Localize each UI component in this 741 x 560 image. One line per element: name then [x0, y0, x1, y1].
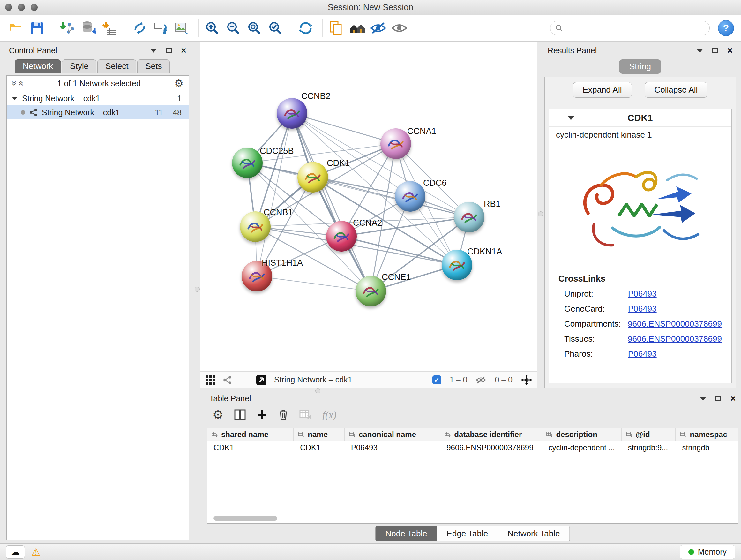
- table-cell[interactable]: stringdb:9...: [622, 441, 676, 454]
- show-all-icon[interactable]: [390, 19, 408, 37]
- zoom-fit-icon[interactable]: [246, 19, 263, 37]
- network-node-CDK1[interactable]: [297, 162, 328, 192]
- network-row-selected[interactable]: String Network – cdk1 11 48: [7, 105, 189, 119]
- memory-button[interactable]: Memory: [680, 545, 735, 559]
- save-session-icon[interactable]: [28, 19, 46, 37]
- tab-network[interactable]: Network: [15, 59, 61, 73]
- table-settings-gear-icon[interactable]: ⚙: [212, 409, 223, 421]
- add-column-plus-icon[interactable]: [257, 409, 267, 420]
- selected-checkbox-icon[interactable]: ✓: [432, 375, 441, 384]
- hidden-eye-slash-icon: [475, 375, 486, 385]
- table-row[interactable]: CDK1CDK1P064939606.ENSP00000378699cyclin…: [207, 441, 738, 454]
- network-edge[interactable]: [257, 276, 371, 291]
- panel-collapse-icon[interactable]: [696, 49, 703, 53]
- new-network-table-icon[interactable]: [152, 19, 170, 37]
- network-overview-icon[interactable]: [223, 375, 232, 385]
- collapse-all-networks-icon[interactable]: «: [17, 81, 25, 86]
- crosslink-link[interactable]: 9606.ENSP00000378699: [628, 334, 722, 344]
- first-neighbors-icon[interactable]: [348, 19, 366, 37]
- cloud-status-button[interactable]: ☁: [6, 545, 25, 559]
- tab-sets[interactable]: Sets: [137, 59, 170, 73]
- network-node-CCNB2[interactable]: [277, 98, 307, 129]
- network-edge[interactable]: [292, 113, 371, 291]
- open-session-icon[interactable]: [7, 19, 25, 37]
- import-table-icon[interactable]: [100, 19, 118, 37]
- import-network-file-icon[interactable]: [58, 19, 76, 37]
- window-maximize-icon[interactable]: [30, 4, 38, 11]
- tab-network-table[interactable]: Network Table: [497, 526, 569, 542]
- current-network-name: String Network – cdk1: [274, 375, 352, 384]
- tab-edge-table[interactable]: Edge Table: [437, 526, 498, 542]
- collection-collapse-icon[interactable]: [12, 97, 17, 100]
- panel-collapse-icon[interactable]: [699, 396, 706, 401]
- refresh-layout-icon[interactable]: [297, 19, 315, 37]
- panel-close-icon[interactable]: ×: [181, 46, 186, 55]
- expand-all-button[interactable]: Expand All: [573, 82, 632, 98]
- column-header[interactable]: description: [542, 428, 621, 441]
- network-canvas[interactable]: CCNB2CCNA1CDC25BCDK1CDC6RB1CCNB1CCNA2CDK…: [200, 42, 537, 371]
- network-node-CCNA2[interactable]: [326, 221, 357, 252]
- zoom-in-icon[interactable]: [203, 19, 221, 37]
- table-cell[interactable]: cyclin-dependent ...: [542, 441, 621, 454]
- show-columns-icon[interactable]: [234, 409, 246, 420]
- window-close-icon[interactable]: [5, 4, 12, 11]
- column-header[interactable]: name: [293, 428, 345, 441]
- panel-close-icon[interactable]: ×: [727, 46, 733, 55]
- export-view-icon[interactable]: [256, 374, 267, 386]
- crosslink-link[interactable]: P06493: [628, 349, 657, 359]
- search-box[interactable]: [550, 21, 710, 36]
- fit-content-crosshair-icon[interactable]: [521, 374, 532, 386]
- panel-float-icon[interactable]: [166, 48, 172, 53]
- table-cell[interactable]: CDK1: [293, 441, 345, 454]
- export-image-icon[interactable]: [173, 19, 191, 37]
- column-type-icon: [546, 432, 553, 437]
- column-header[interactable]: database identifier: [440, 428, 542, 441]
- crosslink-link[interactable]: 9606.ENSP00000378699: [628, 319, 722, 329]
- crosslink-row: GeneCard:P06493: [558, 304, 722, 314]
- column-header[interactable]: canonical name: [345, 428, 440, 441]
- tab-node-table[interactable]: Node Table: [376, 526, 437, 542]
- network-edge[interactable]: [257, 113, 292, 276]
- network-options-gear-icon[interactable]: ⚙: [174, 78, 184, 88]
- network-node-CDC6[interactable]: [395, 181, 425, 212]
- crosslink-link[interactable]: P06493: [628, 289, 657, 299]
- node-label-CCNB1: CCNB1: [264, 207, 293, 217]
- column-header[interactable]: shared name: [207, 428, 293, 441]
- panel-float-icon[interactable]: [712, 48, 718, 53]
- protein-collapse-icon[interactable]: [567, 116, 575, 120]
- help-icon[interactable]: ?: [718, 20, 734, 36]
- table-cell[interactable]: stringdb: [676, 441, 738, 454]
- tab-style[interactable]: Style: [62, 59, 96, 73]
- zoom-out-icon[interactable]: [224, 19, 242, 37]
- duplicate-icon[interactable]: [327, 19, 345, 37]
- search-input[interactable]: [566, 23, 705, 33]
- table-horizontal-scrollbar[interactable]: [213, 516, 277, 521]
- panel-collapse-icon[interactable]: [150, 49, 157, 53]
- column-header[interactable]: namespac: [676, 428, 738, 441]
- warning-icon[interactable]: ⚠: [31, 547, 41, 557]
- zoom-selected-icon[interactable]: [266, 19, 284, 37]
- network-node-CDC25B[interactable]: [232, 147, 263, 178]
- panel-close-icon[interactable]: ×: [730, 394, 736, 403]
- panel-float-icon[interactable]: [716, 396, 721, 401]
- vertical-splitter-handle[interactable]: [195, 287, 200, 292]
- import-network-database-icon[interactable]: [79, 19, 97, 37]
- network-node-RB1[interactable]: [454, 202, 484, 233]
- window-minimize-icon[interactable]: [18, 4, 25, 11]
- hide-selected-icon[interactable]: [369, 19, 387, 37]
- network-node-CCNA1[interactable]: [381, 128, 411, 159]
- column-header[interactable]: @id: [622, 428, 676, 441]
- tab-string[interactable]: String: [619, 59, 661, 74]
- network-edge[interactable]: [341, 236, 457, 265]
- crosslink-link[interactable]: P06493: [628, 304, 657, 314]
- delete-trash-icon[interactable]: [278, 409, 288, 421]
- collapse-all-button[interactable]: Collapse All: [645, 82, 708, 98]
- table-cell[interactable]: P06493: [345, 441, 440, 454]
- table-cell[interactable]: CDK1: [207, 441, 293, 454]
- table-cell[interactable]: 9606.ENSP00000378699: [440, 441, 542, 454]
- network-collection-row[interactable]: String Network – cdk1 1: [7, 91, 189, 105]
- tab-select[interactable]: Select: [97, 59, 136, 73]
- new-network-icon[interactable]: [131, 19, 149, 37]
- function-builder-icon[interactable]: f(x): [322, 409, 336, 421]
- birdseye-grid-icon[interactable]: [205, 375, 216, 385]
